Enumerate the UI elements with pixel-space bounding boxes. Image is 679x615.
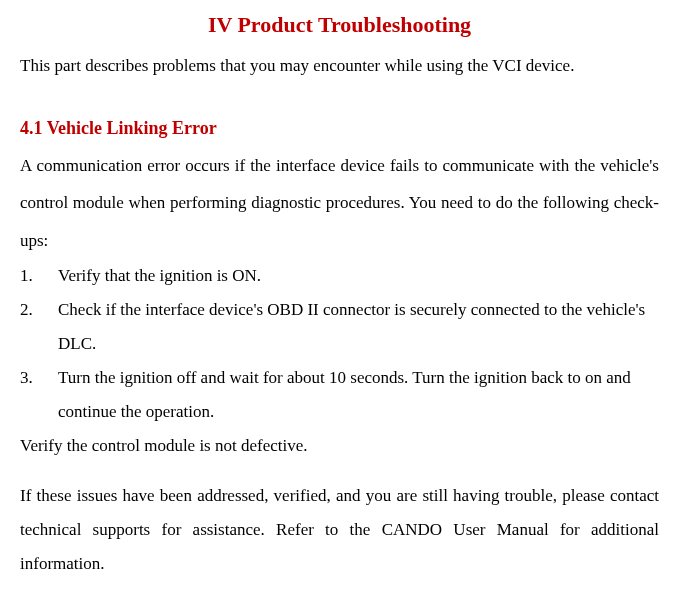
list-item: 3. Turn the ignition off and wait for ab… [20, 361, 659, 429]
list-text: Turn the ignition off and wait for about… [58, 361, 659, 429]
list-text: Check if the interface device's OBD II c… [58, 293, 659, 361]
intro-paragraph: This part describes problems that you ma… [20, 47, 659, 84]
list-number: 1. [20, 259, 58, 293]
section-body: A communication error occurs if the inte… [20, 147, 659, 259]
checkup-list: 1. Verify that the ignition is ON. 2. Ch… [20, 259, 659, 429]
list-text: Verify that the ignition is ON. [58, 259, 659, 293]
list-number: 2. [20, 293, 58, 361]
list-item: 2. Check if the interface device's OBD I… [20, 293, 659, 361]
page-title: IV Product Troubleshooting [20, 10, 659, 41]
closing-paragraph: If these issues have been addressed, ver… [20, 479, 659, 581]
list-item: 1. Verify that the ignition is ON. [20, 259, 659, 293]
list-number: 3. [20, 361, 58, 429]
section-heading: 4.1 Vehicle Linking Error [20, 114, 659, 143]
after-list-text: Verify the control module is not defecti… [20, 429, 659, 463]
